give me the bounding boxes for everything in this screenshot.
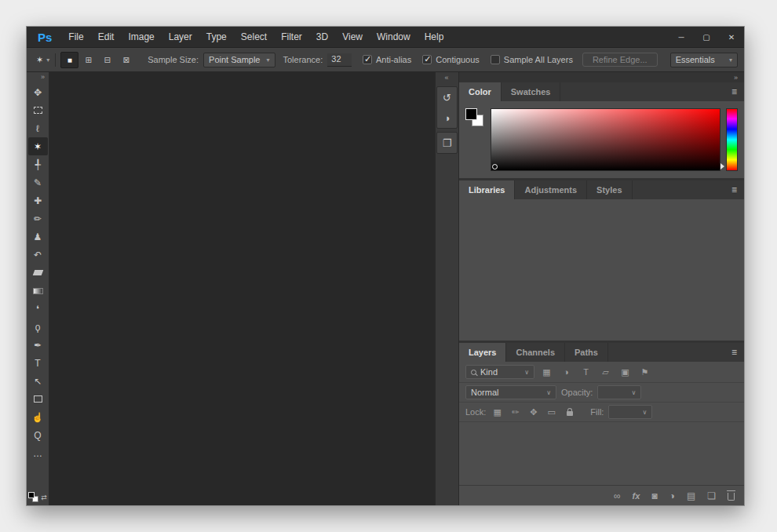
menu-image[interactable]: Image — [121, 27, 161, 47]
workspace-value: Essentials — [676, 55, 715, 64]
tab-swatches[interactable]: Swatches — [502, 82, 561, 101]
filter-toggle-icon[interactable]: ⚑ — [637, 366, 652, 379]
color-panel-tabs: Color Swatches ≡ — [459, 82, 744, 101]
menu-filter[interactable]: Filter — [274, 27, 309, 47]
tool-preset-picker[interactable]: ✶ ▾ — [33, 53, 56, 67]
crop-tool[interactable]: ╃ — [28, 155, 48, 173]
tab-layers[interactable]: Layers — [459, 343, 506, 362]
foreground-background-swatches[interactable] — [28, 492, 38, 502]
tab-channels[interactable]: Channels — [506, 343, 565, 362]
panel-menu-icon[interactable]: ≡ — [724, 343, 744, 362]
checkbox-icon — [422, 55, 432, 64]
foreground-color-swatch[interactable] — [465, 108, 477, 120]
history-brush-tool[interactable]: ↶ — [28, 246, 48, 264]
dodge-tool[interactable]: ϙ — [28, 318, 48, 336]
menu-view[interactable]: View — [335, 27, 370, 47]
adjustments-panel-button[interactable]: ◑ — [437, 107, 457, 128]
tolerance-input[interactable]: 32 — [327, 53, 352, 67]
menu-3d[interactable]: 3D — [309, 27, 335, 47]
menu-edit[interactable]: Edit — [91, 27, 122, 47]
close-button[interactable]: ✕ — [719, 27, 744, 47]
dock-collapse-button[interactable]: » — [734, 74, 739, 82]
subtract-selection-button[interactable]: ⊟ — [98, 52, 116, 68]
panel-menu-icon[interactable]: ≡ — [724, 82, 744, 101]
adjustment-layer-filter-icon[interactable]: ◑ — [559, 366, 574, 379]
intersect-selection-button[interactable]: ⊠ — [117, 52, 135, 68]
menu-window[interactable]: Window — [370, 27, 418, 47]
rectangle-tool[interactable] — [28, 390, 48, 408]
opacity-select[interactable]: ∨ — [597, 385, 641, 399]
eyedropper-tool[interactable]: ✎ — [28, 173, 48, 191]
gradient-tool[interactable] — [28, 282, 48, 300]
layer-style-icon[interactable]: fx — [633, 491, 640, 501]
dock-strip-expand-button[interactable]: « — [444, 74, 449, 83]
anti-alias-checkbox[interactable]: Anti-alias — [363, 55, 411, 64]
color-panel: Color Swatches ≡ — [459, 82, 744, 178]
brush-tool[interactable]: ✏ — [28, 210, 48, 228]
tab-libraries[interactable]: Libraries — [459, 180, 515, 199]
new-layer-icon[interactable]: ❏ — [707, 490, 716, 501]
new-selection-button[interactable]: ■ — [60, 52, 78, 68]
hue-slider[interactable] — [726, 108, 738, 171]
toolbar-collapse-button[interactable]: » — [41, 73, 49, 83]
menu-layer[interactable]: Layer — [162, 27, 199, 47]
adjustment-layer-icon[interactable]: ◑ — [669, 490, 675, 501]
lock-artboard-icon[interactable]: ▭ — [545, 406, 558, 419]
pen-tool[interactable]: ✒ — [28, 336, 48, 354]
blend-mode-select[interactable]: Normal ∨ — [465, 385, 556, 399]
canvas-area[interactable] — [49, 72, 435, 505]
shape-layer-filter-icon[interactable]: ▱ — [598, 366, 613, 379]
rectangular-marquee-tool[interactable] — [28, 101, 48, 119]
edit-toolbar-button[interactable]: … — [28, 444, 48, 462]
link-layers-icon[interactable]: ∞ — [614, 490, 621, 501]
color-picker-marker[interactable] — [492, 164, 498, 169]
add-layer-mask-icon[interactable]: ◙ — [651, 490, 657, 501]
sample-size-select[interactable]: Point Sample ▾ — [203, 53, 275, 67]
layers-panel-tabs: Layers Channels Paths ≡ — [459, 343, 744, 362]
fill-select[interactable]: ∨ — [608, 405, 652, 419]
blur-tool[interactable]: ❛ — [28, 300, 48, 318]
delete-layer-icon[interactable] — [728, 493, 735, 501]
minimize-button[interactable]: ─ — [669, 27, 694, 47]
layers-list[interactable] — [459, 422, 744, 485]
layer-filter-kind-select[interactable]: Kind ∨ — [465, 365, 534, 379]
lasso-tool[interactable]: ℓ — [28, 119, 48, 137]
tab-adjustments[interactable]: Adjustments — [515, 180, 587, 199]
spot-healing-brush-tool[interactable]: ✚ — [28, 191, 48, 210]
lock-image-icon[interactable]: ✏ — [509, 406, 522, 419]
menu-type[interactable]: Type — [199, 27, 234, 47]
refine-edge-button[interactable]: Refine Edge... — [582, 53, 658, 67]
move-tool[interactable]: ✥ — [28, 83, 48, 101]
type-tool[interactable]: T — [28, 354, 48, 372]
lock-transparency-icon[interactable]: ▦ — [491, 406, 504, 419]
history-panel-button[interactable]: ↺ — [437, 87, 457, 107]
new-group-icon[interactable]: ▤ — [687, 490, 695, 501]
marquee-tool-icon — [34, 107, 42, 114]
eraser-tool[interactable] — [28, 264, 48, 282]
add-selection-button[interactable]: ⊞ — [79, 52, 97, 68]
tab-color[interactable]: Color — [459, 82, 502, 101]
tab-styles[interactable]: Styles — [587, 180, 632, 199]
info-panel-button[interactable]: ❐ — [437, 133, 457, 153]
magic-wand-tool[interactable]: ✶ — [28, 137, 48, 155]
contiguous-checkbox[interactable]: Contiguous — [422, 55, 480, 64]
type-layer-filter-icon[interactable]: T — [578, 366, 593, 379]
switch-colors-icon[interactable]: ⇄ — [41, 494, 47, 501]
sample-all-layers-checkbox[interactable]: Sample All Layers — [491, 55, 573, 64]
maximize-button[interactable]: ▢ — [694, 27, 719, 47]
clone-stamp-tool[interactable]: ♟ — [28, 228, 48, 246]
lock-all-icon[interactable] — [563, 406, 576, 419]
tab-paths[interactable]: Paths — [565, 343, 608, 362]
panel-menu-icon[interactable]: ≡ — [724, 180, 744, 199]
zoom-tool[interactable]: Q — [28, 426, 48, 444]
path-selection-tool[interactable]: ↖ — [28, 372, 48, 390]
hand-tool[interactable]: ☝ — [28, 408, 48, 426]
pixel-layer-filter-icon[interactable]: ▦ — [539, 366, 554, 379]
menu-file[interactable]: File — [61, 27, 90, 47]
smart-object-filter-icon[interactable]: ▣ — [618, 366, 633, 379]
lock-position-icon[interactable]: ✥ — [527, 406, 540, 419]
saturation-brightness-field[interactable] — [491, 108, 720, 171]
menu-help[interactable]: Help — [418, 27, 451, 47]
workspace-select[interactable]: Essentials ▾ — [670, 53, 738, 67]
menu-select[interactable]: Select — [234, 27, 274, 47]
